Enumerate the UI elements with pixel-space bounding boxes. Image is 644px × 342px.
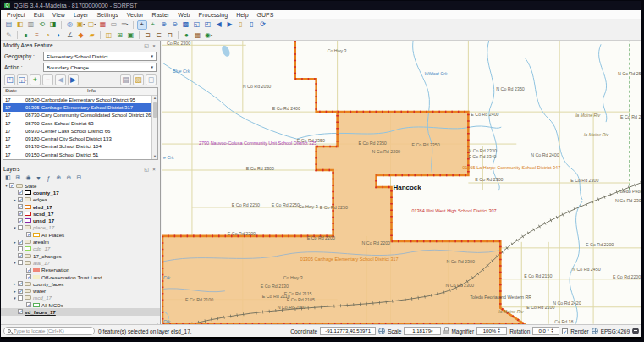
visibility-checkbox[interactable]: ✓ [18, 253, 23, 258]
show-bookmarks-button[interactable]: ▯ [247, 20, 257, 30]
layer-row-all-places[interactable]: ✓All Places [1, 231, 160, 238]
visibility-checkbox[interactable] [18, 260, 23, 265]
column-state[interactable]: State [3, 88, 25, 95]
district-row[interactable]: 1708340-Carbondale Elementary School Dis… [3, 96, 151, 103]
expand-arrow-icon[interactable]: ▾ [12, 295, 18, 301]
expand-arrow-icon[interactable]: ▾ [12, 225, 18, 230]
menu-gups[interactable]: GUPS [253, 11, 278, 19]
layer-row-arealm[interactable]: ▸✓arealm [1, 238, 160, 245]
visibility-checkbox[interactable] [18, 295, 23, 301]
collapse-all-button[interactable]: ⊖ [65, 174, 73, 182]
select-by-value-button[interactable]: ▢▾ [87, 20, 97, 30]
layer-row-all-mcds[interactable]: ✓All MCDs [1, 301, 160, 308]
refresh-map-button[interactable]: ⟳ [258, 20, 268, 30]
attribute-checker-button[interactable]: ◫ [104, 30, 114, 40]
menu-view[interactable]: View [48, 11, 69, 19]
globe-tool-button[interactable]: ● [182, 30, 192, 40]
import-door-button[interactable]: ⊐ [143, 30, 153, 40]
menu-project[interactable]: Project [3, 11, 30, 19]
visibility-checkbox[interactable]: ✓ [18, 197, 23, 202]
menu-layer[interactable]: Layer [69, 11, 93, 19]
pie-diagram-button[interactable]: ◔ [43, 30, 53, 40]
remove-area-button[interactable]: − [42, 74, 53, 86]
layer-row-unsd-17[interactable]: ✓unsd_17 [1, 217, 160, 223]
select-features-button[interactable]: ▣▾ [76, 20, 86, 30]
new-shape-button[interactable]: ▰ [87, 30, 97, 40]
processing-globe-button[interactable]: ◉▾ [204, 30, 214, 40]
menu-help[interactable]: Help [232, 11, 252, 19]
filter-legend-button[interactable]: ▼ [35, 174, 42, 182]
layer-row-sd-faces-17[interactable]: ✓sd_faces_17 [1, 308, 160, 315]
remove-layer-button[interactable]: ⊟ [75, 174, 83, 182]
layer-row-water[interactable]: ▸✓water [1, 287, 160, 294]
menu-settings[interactable]: Settings [92, 11, 122, 19]
measure-button[interactable]: ═▾ [120, 20, 130, 30]
layer-row-cdp-17[interactable]: cdp_17 [1, 245, 160, 252]
district-row[interactable]: 1709170-Central School District 104 [3, 143, 151, 151]
expand-all-button[interactable]: ⊕ [55, 174, 63, 182]
export-map-button[interactable]: ◨ [48, 20, 58, 30]
visibility-checkbox[interactable]: ✓ [18, 204, 23, 209]
layer-row-mcd-17[interactable]: ▾mcd_17 [1, 295, 160, 301]
column-info[interactable]: Info [25, 88, 157, 95]
scale-select[interactable]: 1:18179▾ [404, 327, 441, 335]
render-checkbox[interactable]: ✓ [562, 328, 568, 334]
scroll-down-icon[interactable]: ▼ [152, 154, 157, 159]
visibility-checkbox[interactable]: ✓ [18, 309, 23, 314]
menu-edit[interactable]: Edit [30, 11, 48, 19]
visibility-checkbox[interactable]: ✓ [26, 274, 31, 279]
save-project-button[interactable]: ▤ [4, 20, 14, 30]
flag-tool-button[interactable]: ◆ [76, 30, 86, 40]
layer-row-elsd-17[interactable]: ✓elsd_17 [1, 203, 160, 210]
pan-to-selection-button[interactable]: + [148, 20, 158, 30]
district-row[interactable]: 1709180-Central City School District 133 [3, 135, 151, 142]
action-select[interactable]: Boundary Change ▾ [43, 63, 157, 72]
style-manager-button[interactable]: ◧ [15, 20, 25, 30]
table-scrollbar[interactable]: ▲ ▼ [151, 96, 157, 159]
map-canvas[interactable]: Co Rd 2300Co Hwy 3Blue CrkWildcat CrkN C… [162, 41, 641, 324]
layer-row-place-17[interactable]: ▾place_17 [1, 224, 160, 231]
locator-input[interactable]: Type to locate (Ctrl+K) [3, 327, 95, 335]
visibility-checkbox[interactable] [18, 246, 23, 251]
visibility-checkbox[interactable]: ✓ [18, 289, 23, 294]
statistics-summary-button[interactable]: ∎ [21, 30, 31, 40]
expand-arrow-icon[interactable]: ▸ [12, 289, 18, 294]
form-validate-button[interactable]: ▣ [126, 30, 136, 40]
geography-select[interactable]: Elementary School District ▾ [43, 52, 157, 61]
import-boundary-button[interactable]: ◳ [4, 74, 15, 86]
scroll-up-icon[interactable]: ▲ [152, 96, 157, 101]
import-options-button[interactable]: ◲▾ [17, 74, 28, 86]
layer-row-county-17[interactable]: ✓county_17 [1, 189, 160, 196]
visibility-checkbox[interactable]: ✓ [18, 240, 23, 245]
menu-processing[interactable]: Processing [194, 11, 232, 19]
layer-row-state[interactable]: ▾✓State [1, 182, 160, 189]
show-layout-manager-button[interactable]: ▥ [26, 20, 36, 30]
manage-map-themes-button[interactable]: ◉ [25, 174, 32, 182]
spinner-icon[interactable]: ▲▼ [498, 328, 500, 334]
identify-features-button[interactable]: ◎ [65, 20, 75, 30]
layer-row-aial-17[interactable]: ▾aial_17 [1, 259, 160, 266]
menu-vector[interactable]: Vector [123, 11, 148, 19]
visibility-checkbox[interactable]: ✓ [18, 211, 23, 216]
zoom-out-button[interactable]: ⊖ [170, 20, 180, 30]
expand-arrow-icon[interactable]: ▾ [3, 183, 9, 188]
new-bookmark-button[interactable]: ▯ [236, 20, 246, 30]
show-labels-button[interactable]: ≡ [32, 30, 42, 40]
next-record-button[interactable]: ▶ [68, 74, 79, 86]
review-door-button[interactable]: ⊓ [165, 30, 175, 40]
crs-globe-icon[interactable] [592, 328, 598, 334]
undock-icon[interactable]: ◱ [143, 166, 150, 173]
expand-arrow-icon[interactable]: ▸ [12, 281, 18, 286]
layer-row-edges[interactable]: ▸✓edges [1, 196, 160, 203]
close-icon[interactable]: × [151, 42, 157, 49]
spinner-icon[interactable]: ▲▼ [551, 328, 553, 334]
geometry-checker-button[interactable]: ⊞ [115, 30, 125, 40]
menu-raster[interactable]: Raster [148, 11, 174, 19]
zoom-next-button[interactable]: ▶ [225, 20, 235, 30]
zoom-to-layer-button[interactable]: ◰ [203, 20, 213, 30]
district-row[interactable]: 1709150-Central School District 51 [3, 151, 151, 158]
decorations-button[interactable]: ◗ [54, 30, 64, 40]
measure-angle-button[interactable]: ∠ [65, 30, 75, 40]
grid-tool-button[interactable]: ▦ [193, 30, 203, 40]
visibility-checkbox[interactable] [18, 225, 23, 230]
